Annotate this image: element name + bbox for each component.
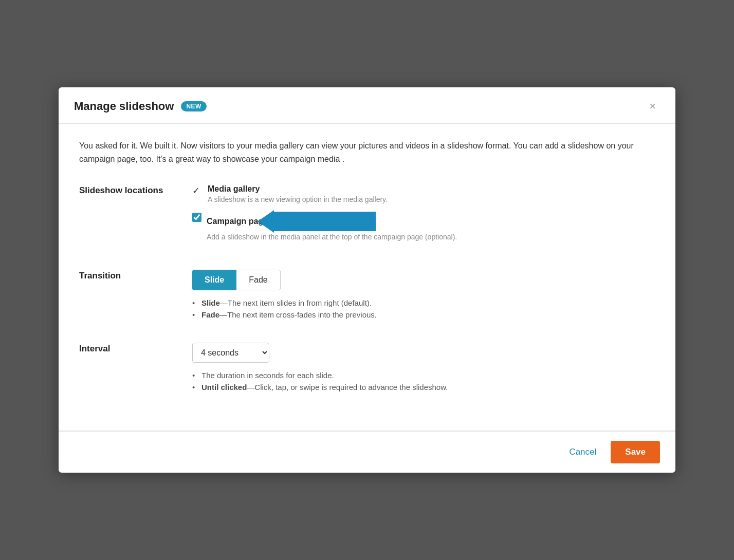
interval-select[interactable]: 1 second 2 seconds 3 seconds 4 seconds 5… (192, 343, 269, 363)
campaign-page-info: Campaign page Add a slideshow in the med… (207, 212, 457, 241)
modal-overlay: Manage slideshow NEW × You asked for it.… (0, 0, 734, 560)
transition-section: Transition Slide Fade Slide—The next ite… (79, 270, 655, 322)
modal-title-area: Manage slideshow NEW (74, 100, 207, 113)
campaign-page-checkbox[interactable] (192, 213, 201, 222)
close-button[interactable]: × (645, 99, 660, 114)
interval-bullets: The duration in seconds for each slide. … (192, 371, 655, 391)
slide-button[interactable]: Slide (192, 270, 236, 290)
media-gallery-item: ✓ Media gallery A slideshow is a new vie… (192, 184, 655, 203)
interval-until-clicked-desc: Until clicked—Click, tap, or swipe is re… (192, 383, 655, 391)
manage-slideshow-modal: Manage slideshow NEW × You asked for it.… (59, 87, 675, 472)
slideshow-locations-label: Slideshow locations (79, 184, 192, 196)
modal-footer: Cancel Save (59, 431, 675, 473)
transition-bullets: Slide—The next item slides in from right… (192, 298, 655, 319)
checkmark-icon: ✓ (192, 185, 203, 196)
transition-button-group: Slide Fade (192, 270, 655, 290)
cancel-button[interactable]: Cancel (563, 443, 602, 461)
annotation-arrow (273, 212, 376, 231)
media-gallery-desc: A slideshow is a new viewing option in t… (208, 195, 388, 203)
interval-until-clicked-text: Until clicked—Click, tap, or swipe is re… (201, 383, 448, 391)
transition-content: Slide Fade Slide—The next item slides in… (192, 270, 655, 322)
fade-description: Fade—The next item cross-fades into the … (192, 310, 655, 319)
slideshow-locations-content: ✓ Media gallery A slideshow is a new vie… (192, 184, 655, 249)
arrow-container: Campaign page (207, 212, 457, 231)
interval-duration-desc: The duration in seconds for each slide. (192, 371, 655, 380)
slide-desc-text: Slide—The next item slides in from right… (201, 298, 372, 307)
fade-button[interactable]: Fade (236, 270, 280, 290)
interval-label: Interval (79, 343, 192, 354)
interval-content: 1 second 2 seconds 3 seconds 4 seconds 5… (192, 343, 655, 395)
fade-desc-text: Fade—The next item cross-fades into the … (201, 310, 377, 319)
slideshow-locations-section: Slideshow locations ✓ Media gallery A sl… (79, 184, 655, 249)
modal-title: Manage slideshow (74, 100, 174, 113)
modal-header: Manage slideshow NEW × (59, 87, 675, 124)
campaign-page-item: Campaign page Add a slideshow in the med… (192, 212, 655, 241)
interval-duration-text: The duration in seconds for each slide. (201, 371, 334, 380)
slide-description: Slide—The next item slides in from right… (192, 298, 655, 307)
new-badge: NEW (181, 101, 207, 111)
media-gallery-info: Media gallery A slideshow is a new viewi… (208, 184, 388, 203)
arrow-annotation (273, 212, 376, 231)
save-button[interactable]: Save (611, 441, 660, 463)
interval-section: Interval 1 second 2 seconds 3 seconds 4 … (79, 343, 655, 395)
modal-body: You asked for it. We built it. Now visit… (59, 124, 675, 430)
media-gallery-name: Media gallery (208, 184, 388, 194)
campaign-page-desc: Add a slideshow in the media panel at th… (207, 233, 457, 241)
intro-text: You asked for it. We built it. Now visit… (79, 139, 655, 165)
transition-label: Transition (79, 270, 192, 281)
